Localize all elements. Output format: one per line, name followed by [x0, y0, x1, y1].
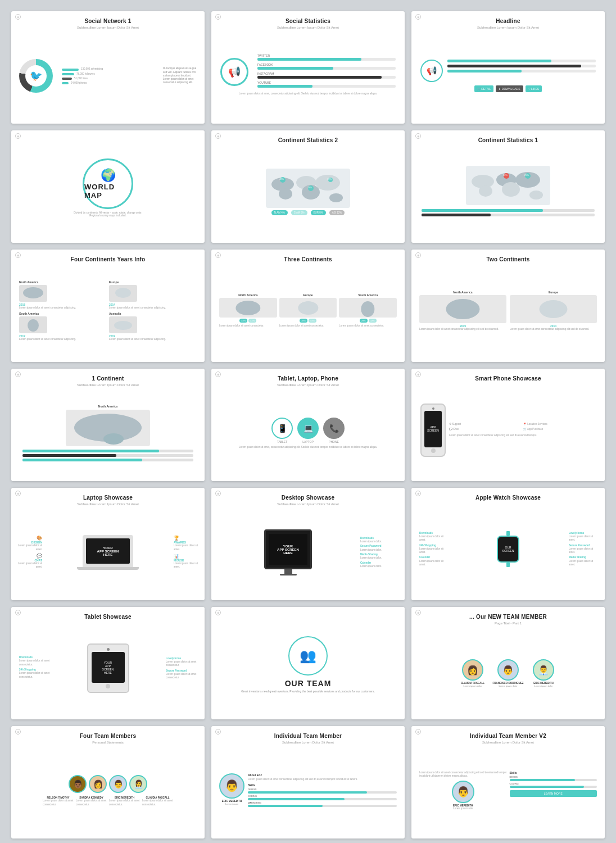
corner-dot: ◉ [415, 133, 421, 139]
member-eric: 👨‍💼 ERIC MEREDITH Lorem ipsum dolor [528, 659, 559, 687]
stats-list: 130,000 advertising 78,000 followers 51,… [57, 67, 158, 85]
slide-title: 1 Continent [17, 375, 199, 382]
quadrant-sa: South America 2017 Lorem ipsum dolor sit… [19, 312, 107, 341]
slide-title: Four Continents Years Info [17, 256, 199, 262]
slide-title: Continent Statistics 2 [217, 137, 399, 143]
slide-title: Apple Watch Showcase [417, 495, 599, 501]
phone-features: ⚙ Support 📍 Location Services 💬 Chat 🛒 A… [449, 423, 596, 437]
slide-body: DownloadsLorem ipsum dolor sit amet. 24h… [417, 502, 599, 596]
slide-two-continents: ◉ Two Continents North America 2015 Lore… [411, 250, 605, 362]
desktop-device: YOURAPP SCREENHERE [219, 529, 357, 575]
slide-body: Lorem ipsum dolor sit amet consectetur a… [417, 747, 599, 834]
avatar-sandra: 👩 [89, 775, 107, 793]
svg-point-21 [540, 300, 568, 318]
slide-body: 👨🏾 👩 👨 👩‍💼 NELSON TIMOTHY Lorem ipsum do… [17, 747, 199, 834]
watch-band-bottom [506, 563, 510, 567]
corner-dot: ◉ [15, 371, 21, 377]
slide-title: Desktop Showcase [217, 495, 399, 501]
bar-1 [62, 69, 79, 71]
svg-point-18 [298, 301, 318, 315]
slide-four-continents: ◉ Four Continents Years Info North Ameri… [11, 250, 205, 362]
profile-layout: 👨 ERIC MEREDITH Lorem ipsum About Eric L… [217, 773, 399, 808]
slide-laptop-showcase: ◉ Laptop Showcase Subheadline Lorem Ipsu… [11, 488, 205, 600]
our-team-title: OUR TEAM [285, 679, 332, 688]
slide-subtitle: Personal Statements [17, 741, 199, 744]
slide-social-statistics: ◉ Social Statistics Subheadline Lorem Ip… [211, 11, 405, 124]
slide-world-map: ◉ 🌍 WORLD MAP Divided by continents. All… [11, 130, 205, 243]
corner-dot: ◉ [415, 729, 421, 735]
corner-dot: ◉ [215, 371, 221, 377]
australia-blob [329, 193, 343, 202]
twitter-icon: 🐦 [25, 65, 47, 87]
slide-subtitle: Subheadline Lorem Ipsum Dolor Sit Amet [217, 26, 399, 29]
world-map-title: WORLD MAP [84, 183, 132, 200]
map-na-large [66, 410, 150, 446]
col-eu: Europe 2014 Lorem ipsum dolor sit amet c… [510, 291, 597, 331]
right-features: Lovely IconsLorem ipsum dolor sit amet. … [569, 532, 597, 567]
svg-point-23 [103, 433, 124, 445]
device-icons-row: 📱 TABLET 💻 LAPTOP 📞 PHONE [271, 418, 345, 443]
corner-dot: ◉ [15, 252, 21, 258]
bar-chart: TWITTER FACEBOOK INSTAGRAM YOUTUBE [253, 54, 396, 90]
retail-button[interactable]: 🛒 RETAIL [474, 85, 494, 92]
svg-point-16 [114, 321, 132, 330]
slide-smartphone-showcase: ◉ Smart Phone Showcase APPSCREEN ⚙ Suppo… [411, 369, 605, 481]
our-team-subtitle: Great inventions need great inventors. P… [241, 690, 375, 693]
svg-point-8 [529, 191, 543, 200]
corner-dot: ◉ [415, 491, 421, 496]
cta-button[interactable]: LEARN MORE [510, 790, 597, 797]
bars-section [447, 60, 596, 75]
slide-body: North America [17, 390, 199, 477]
map-svg: 48% 22% 18% [266, 169, 350, 208]
south-america-blob [279, 188, 292, 200]
left-features: DownloadsLorem ipsum dolor sit amet cons… [19, 656, 50, 681]
watch-device: OURSCREEN [450, 531, 566, 567]
two-col-grid: North America 2015 Lorem ipsum dolor sit… [417, 291, 599, 331]
downloads-button[interactable]: ⬇ DOWNLOADS [496, 85, 523, 92]
monitor-screen: YOURAPP SCREENHERE [269, 534, 307, 565]
quadrant-grid: North America 2015 Lorem ipsum dolor sit… [17, 280, 199, 342]
skill-row: CODING [248, 795, 397, 800]
watch-layout: DownloadsLorem ipsum dolor sit amet. 24h… [417, 531, 599, 567]
slide-tablet-showcase: ◉ Tablet Showcase DownloadsLorem ipsum d… [11, 607, 205, 719]
corner-dot: ◉ [15, 610, 21, 615]
slide-subtitle: Subheadline Lorem Ipsum Dolor Sit Amet [217, 502, 399, 506]
member-eric: ERIC MEREDITH Lorem ipsum dolor sit amet… [109, 795, 140, 806]
phone-camera [432, 407, 434, 410]
slide-continent-stats-1: ◉ Continent Statistics 1 30% 25% [411, 130, 605, 243]
slide-title: Laptop Showcase [17, 495, 199, 501]
bar-row: INSTAGRAM [257, 72, 396, 79]
slide-title: Tablet, Laptop, Phone [217, 375, 399, 382]
slide-body: 👩 CLAUDIA PASCALL Lorem ipsum dolor 👨 FR… [417, 628, 599, 715]
slide-title: Social Statistics [217, 18, 399, 24]
desktop-layout: YOURAPP SCREENHERE DownloadsLorem ipsum … [217, 529, 399, 575]
svg-text:48%: 48% [279, 178, 284, 180]
tablet-camera [107, 648, 110, 651]
slide-body: 📢 TWITTER FACEBOOK INSTAGRAM [217, 33, 399, 119]
map-eu [109, 285, 137, 302]
slide-title: Individual Team Member [217, 733, 399, 739]
slide-title: Tablet Showcase [17, 614, 199, 620]
slide-body: 48% 22% 18% N.AM 4% S.AM 6% EUR 8% ASI 1… [217, 145, 399, 238]
member-francisco: 👨 FRANCISCO RODRIGUEZ Lorem ipsum dolor [493, 659, 524, 687]
corner-dot: ◉ [15, 491, 21, 496]
corner-dot: ◉ [15, 14, 21, 20]
description-text: Lorem ipsum dolor sit amet, consectetur … [234, 446, 382, 449]
slide-body: YOURAPP SCREENHERE DownloadsLorem ipsum … [217, 509, 399, 596]
slide-body: 👥 OUR TEAM Great inventions need great i… [217, 614, 399, 715]
team-circle: 👥 [288, 636, 328, 676]
phone-icon: 📞 [323, 418, 345, 439]
likes-button[interactable]: ♡ LIKES [526, 85, 542, 92]
phone-button [431, 448, 436, 453]
member-claudia: CLAUDIA PASCALL Lorem ipsum dolor sit am… [142, 795, 173, 806]
megaphone-circle: 📢 [420, 60, 443, 82]
slide-continent-stats-2: ◉ Continent Statistics 2 48% 22% [211, 130, 405, 243]
slide-subtitle: Subheadline Lorem Ipsum Dolor Sit Amet [17, 26, 199, 29]
slide-individual-team-v2: ◉ Individual Team Member V2 Subheadline … [411, 726, 605, 839]
tablet-body: YOURAPPSCREENHERE [87, 643, 129, 693]
corner-dot: ◉ [215, 252, 221, 258]
slide-new-team-member: ◉ ... Our NEW TEAM MEMBER Page Titel - P… [411, 607, 605, 719]
col-na: North America 2015 Lorem ipsum dolor sit… [419, 291, 506, 331]
left-features: DownloadsLorem ipsum dolor sit amet. 24h… [419, 532, 447, 567]
map-au [109, 316, 137, 333]
